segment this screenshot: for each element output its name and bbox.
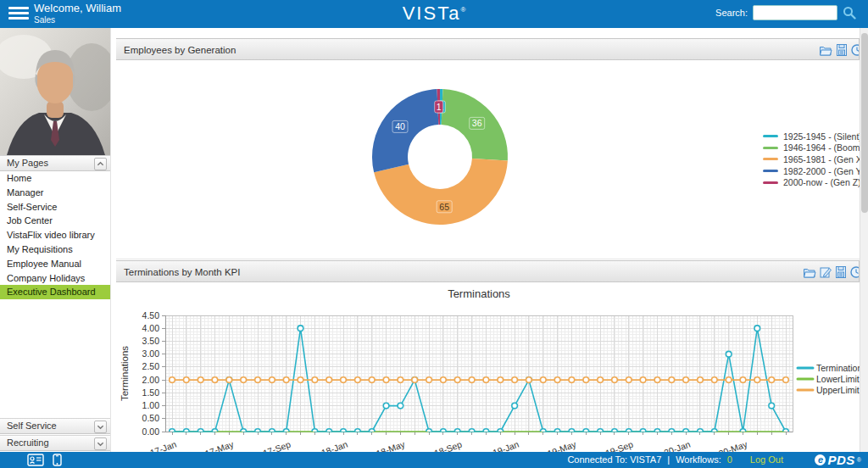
employees-donut-chart: 13665401 [355,81,525,232]
sidebar-item-vistaflix[interactable]: VistaFlix video library [0,228,110,242]
sidebar-item-home[interactable]: Home [0,171,110,186]
edit-icon[interactable] [819,265,832,279]
search-input[interactable] [753,5,837,20]
vertical-scrollbar[interactable] [860,28,868,452]
profile-photo [0,28,110,155]
search-icon[interactable] [843,6,856,20]
accordion-my-pages[interactable]: My Pages [0,155,110,171]
sidebar-item-job-center[interactable]: Job Center [0,214,110,228]
open-folder-icon[interactable] [819,43,832,57]
svg-text:2.00: 2.00 [142,375,160,385]
open-folder-icon[interactable] [803,265,816,279]
save-document-icon[interactable] [835,43,849,57]
chevron-down-icon[interactable] [94,421,107,433]
sidebar: My Pages Home Manager Self-Service Job C… [0,28,111,452]
svg-text:1.00: 1.00 [142,400,160,410]
panel-terminations-kpi: Terminations by Month KPI [116,260,860,454]
svg-text:1.50: 1.50 [142,387,160,398]
accordion-self-service-label: Self Service [7,421,57,431]
accordion-recruiting-label: Recruiting [7,437,49,448]
svg-text:Termination: Termination [816,363,860,373]
terminations-line-chart: 0.000.501.001.502.002.503.003.504.004.50… [116,282,860,454]
pds-logo-text: PDS [827,453,854,467]
svg-text:2.50: 2.50 [142,361,160,371]
registered-mark: ® [460,6,465,14]
connection-status: Connected To: VISTA7 | Workflows: 0 Log … [567,454,783,465]
pds-e-icon: e [815,454,826,465]
accordion-self-service[interactable]: Self Service [0,418,110,434]
svg-text:LowerLimit: LowerLimit [816,374,860,384]
sidebar-item-my-requisitions[interactable]: My Requisitions [0,242,110,257]
panel-terminations-body: 0.000.501.001.502.002.503.003.504.004.50… [116,282,860,454]
accordion-my-pages-label: My Pages [7,158,48,168]
svg-text:3.50: 3.50 [142,336,160,346]
chevron-down-icon[interactable] [94,437,107,450]
svg-text:UpperLimit: UpperLimit [816,385,860,395]
panel-terminations-title: Terminations by Month KPI [124,267,240,277]
workflows-label: Workflows: [676,454,721,465]
search-label: Search: [715,8,748,18]
chevron-up-icon[interactable] [94,158,107,170]
clock-icon[interactable] [849,265,860,279]
svg-text:36: 36 [472,118,482,128]
mobile-device-icon[interactable] [53,454,62,466]
sidebar-item-manager[interactable]: Manager [0,186,110,200]
legend-item-genx: 1965-1981 - (Gen X) [763,153,860,165]
svg-text:4.00: 4.00 [142,323,160,333]
save-document-icon[interactable] [834,265,848,279]
id-card-icon[interactable] [27,454,44,466]
accordion-recruiting[interactable]: Recruiting [0,435,110,451]
connected-to-text: Connected To: VISTA7 [567,454,661,465]
svg-text:40: 40 [395,121,405,131]
legend-item-genz: 2000-now - (Gen Z) [763,176,860,188]
sidebar-item-company-holidays[interactable]: Company Holidays [0,271,110,286]
sidebar-menu: Home Manager Self-Service Job Center Vis… [0,171,110,299]
svg-text:4.50: 4.50 [142,310,160,320]
svg-text:0.00: 0.00 [142,426,160,437]
pds-logo[interactable]: e PDS ® [815,453,861,467]
logout-link[interactable]: Log Out [750,454,783,465]
panel-terminations-header: Terminations by Month KPI [116,260,860,282]
panel-employees-header: Employees by Generation [116,38,860,60]
sidebar-item-employee-manual[interactable]: Employee Manual [0,257,110,271]
clock-icon[interactable] [850,43,860,57]
search-area: Search: [715,5,856,20]
panel-employees-title: Employees by Generation [124,45,236,55]
panel-employees-body: 13665401 1925-1945 - (Silent) 1946-1964 … [116,60,860,259]
top-header-bar: Welcome, William Sales VISTa® Search: [0,0,868,28]
panel-employees-by-generation: Employees by Generation 1 [116,38,860,259]
footer-bar: Connected To: VISTA7 | Workflows: 0 Log … [0,452,868,468]
main-content: Employees by Generation 1 [116,28,860,452]
svg-text:Terminations: Terminations [120,346,130,401]
separator: | [667,454,670,465]
sidebar-item-executive-dashboard[interactable]: Executive Dashboard [0,285,110,299]
svg-text:0.50: 0.50 [142,413,160,423]
scrollbar-thumb[interactable] [861,33,868,213]
legend-item-geny: 1982-2000 - (Gen Y) [763,165,860,177]
legend-item-boomer: 1946-1964 - (Boomer) [763,142,860,154]
donut-legend: 1925-1945 - (Silent) 1946-1964 - (Boomer… [763,131,860,188]
svg-text:Terminations: Terminations [448,287,510,300]
vista-app: Welcome, William Sales VISTa® Search: [0,0,868,468]
svg-text:3.00: 3.00 [142,348,160,359]
sidebar-item-self-service[interactable]: Self-Service [0,200,110,214]
registered-mark: ® [857,457,861,463]
legend-item-silent: 1925-1945 - (Silent) [763,131,860,142]
workflows-count[interactable]: 0 [727,454,732,465]
svg-text:1: 1 [437,102,442,112]
svg-text:65: 65 [439,202,449,212]
